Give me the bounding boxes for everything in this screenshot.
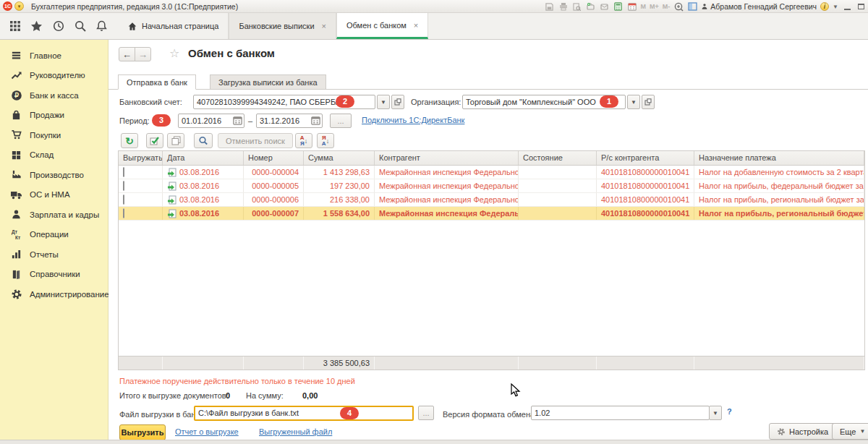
memory-mplus-button[interactable]: M+	[650, 3, 659, 10]
search-button[interactable]	[194, 133, 213, 148]
history-icon[interactable]	[52, 20, 64, 33]
split-panels-icon[interactable]	[687, 1, 697, 12]
application-window: 1С ▾ Бухгалтерия предприятия, редакция 3…	[0, 0, 868, 444]
cell-purpose: Налог на прибыль, региональный бюджет за…	[694, 207, 864, 220]
close-tab-icon[interactable]: ×	[322, 22, 326, 30]
col-header-sum[interactable]: Сумма	[304, 151, 375, 165]
row-checkbox[interactable]	[123, 208, 124, 218]
col-header-export[interactable]: Выгружать	[119, 151, 163, 165]
sidebar-item-label: Справочники	[30, 270, 80, 278]
mouse-cursor	[511, 383, 521, 398]
sidebar-item-salary-hr[interactable]: Зарплата и кадры	[0, 205, 108, 225]
uncheck-all-button[interactable]	[167, 133, 184, 148]
more-button[interactable]: Еще▼	[832, 423, 868, 440]
row-checkbox[interactable]	[123, 181, 124, 191]
close-tab-icon[interactable]: ×	[414, 21, 418, 30]
save-icon[interactable]	[545, 1, 555, 12]
main-menu-button[interactable]: ▾	[14, 1, 24, 11]
info-icon[interactable]: i	[820, 2, 829, 11]
organization-open-button[interactable]	[642, 95, 655, 109]
book-icon	[10, 268, 22, 281]
cancel-search-button[interactable]: Отменить поиск	[218, 133, 293, 148]
send-file-icon[interactable]	[600, 1, 610, 12]
attach-file-icon[interactable]	[586, 1, 596, 12]
period-to-field[interactable]: 31.12.2016	[256, 114, 323, 128]
forward-button[interactable]: →	[135, 47, 151, 61]
row-checkbox[interactable]	[123, 167, 124, 177]
tab-bank-exchange[interactable]: Обмен с банком ×	[336, 13, 428, 39]
print-icon[interactable]	[558, 1, 569, 12]
table-row[interactable]: 03.08.2016 0000-000005 197 230,00 Межрай…	[119, 179, 864, 193]
bank-account-open-button[interactable]	[391, 95, 404, 109]
directbank-link[interactable]: Подключить 1С:ДиректБанк	[362, 116, 464, 124]
sidebar-item-bank-cash[interactable]: ₽Банк и касса	[0, 85, 108, 106]
chevron-down-icon[interactable]: ▼	[833, 4, 838, 10]
uploaded-file-link[interactable]: Выгруженный файл	[259, 427, 332, 436]
calendar-icon[interactable]	[233, 116, 242, 128]
zoom-icon[interactable]	[673, 1, 684, 12]
check-all-button[interactable]	[146, 133, 163, 148]
period-from-field[interactable]: 01.01.2016	[178, 114, 244, 128]
upload-report-link[interactable]: Отчет о выгрузке	[175, 427, 239, 436]
tab-load-statement[interactable]: Загрузка выписки из банка	[210, 74, 326, 90]
notifications-bell-icon[interactable]	[95, 20, 108, 33]
bank-account-dropdown-button[interactable]: ▼	[377, 95, 390, 109]
minimize-icon[interactable]	[842, 1, 852, 12]
gear-icon	[10, 288, 22, 300]
col-header-number[interactable]: Номер	[244, 151, 304, 165]
sort-desc-button[interactable]: ЯА↓	[317, 133, 334, 148]
col-header-state[interactable]: Состояние	[519, 151, 597, 165]
row-checkbox[interactable]	[123, 195, 124, 205]
window-title: Бухгалтерия предприятия, редакция 3.0 (1…	[31, 2, 238, 11]
sidebar-item-purchases[interactable]: Покупки	[0, 125, 108, 145]
browse-file-button[interactable]: ...	[418, 406, 434, 420]
sidebar-item-production[interactable]: Производство	[0, 165, 108, 185]
col-header-account[interactable]: Р/с контрагента	[597, 151, 694, 165]
svg-text:₽: ₽	[14, 91, 18, 99]
sidebar-item-manager[interactable]: Руководителю	[0, 66, 108, 86]
maximize-icon[interactable]	[856, 1, 866, 12]
col-header-purpose[interactable]: Назначение платежа	[694, 151, 864, 165]
tab-send-to-bank[interactable]: Отправка в банк	[118, 74, 196, 90]
col-header-date[interactable]: Дата	[163, 151, 244, 165]
format-version-dropdown-button[interactable]: ▼	[709, 406, 722, 420]
sidebar-item-main[interactable]: Главное	[0, 46, 108, 66]
settings-button[interactable]: Настройка	[769, 423, 836, 440]
current-user[interactable]: Абрамов Геннадий Сергеевич	[701, 2, 817, 11]
tab-bank-statements[interactable]: Банковские выписки ×	[229, 13, 336, 39]
favorites-star-icon[interactable]	[30, 20, 43, 33]
refresh-button[interactable]: ↻	[121, 133, 138, 148]
sidebar-item-label: Руководителю	[30, 71, 85, 80]
favorite-star-icon[interactable]: ☆	[169, 46, 179, 60]
sidebar-item-administration[interactable]: Администрирование	[0, 284, 108, 304]
apps-grid-icon[interactable]	[9, 20, 21, 33]
back-button[interactable]: ←	[119, 47, 135, 61]
memory-m-button[interactable]: M	[641, 3, 647, 10]
format-version-field[interactable]: 1.02	[531, 406, 710, 420]
export-file-field[interactable]: C:\Файл выгрузки в банк.txt	[194, 406, 414, 421]
print-preview-icon[interactable]	[572, 1, 582, 12]
home-icon	[127, 22, 137, 31]
sidebar-item-directories[interactable]: Справочники	[0, 265, 108, 285]
table-row-selected[interactable]: 03.08.2016 0000-000007 1 558 634,00 Межр…	[119, 207, 864, 221]
sidebar-item-sales[interactable]: Продажи	[0, 106, 108, 126]
sidebar-item-fixed-assets[interactable]: ОС и НМА	[0, 185, 108, 205]
sidebar-item-reports[interactable]: Отчеты	[0, 244, 108, 265]
table-row[interactable]: 03.08.2016 0000-000006 216 338,00 Межрай…	[119, 193, 864, 207]
sidebar-item-operations[interactable]: ДтКтОперации	[0, 225, 108, 245]
calculator-icon[interactable]	[613, 1, 624, 12]
calendar-icon[interactable]	[311, 116, 320, 128]
cell-purpose: Налог на добавленную стоимость за 2 квар…	[694, 166, 864, 179]
calendar-icon[interactable]	[627, 1, 637, 12]
memory-mminus-button[interactable]: M-	[663, 3, 671, 10]
upload-button[interactable]: Выгрузить	[119, 424, 166, 440]
table-row[interactable]: 03.08.2016 0000-000004 1 413 298,63 Межр…	[119, 166, 864, 179]
col-header-counterparty[interactable]: Контрагент	[375, 151, 519, 165]
tab-home[interactable]: Начальная страница	[118, 13, 229, 39]
search-icon[interactable]	[74, 20, 86, 33]
help-link[interactable]: ?	[727, 407, 732, 416]
organization-dropdown-button[interactable]: ▼	[627, 95, 640, 109]
sidebar-item-warehouse[interactable]: Склад	[0, 145, 108, 166]
period-more-button[interactable]: ...	[330, 114, 352, 128]
sort-asc-button[interactable]: АЯ↓	[295, 133, 312, 148]
